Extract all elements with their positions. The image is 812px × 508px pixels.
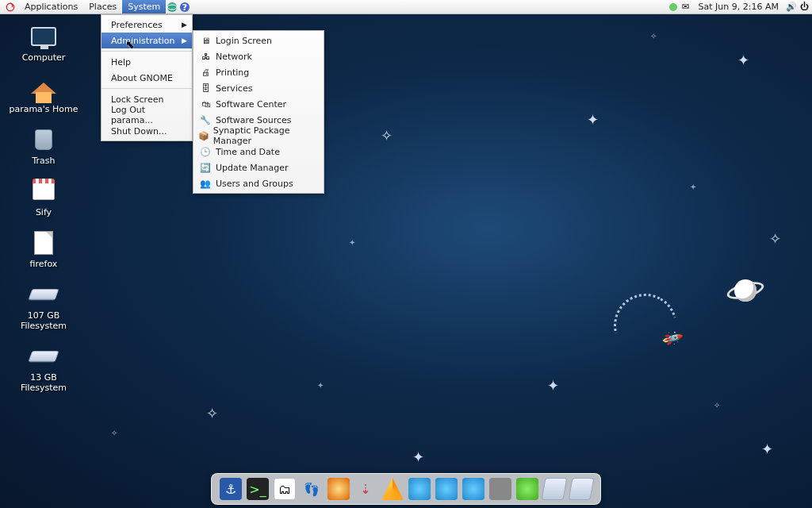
desktop-icons: Computerparama's HomeTrashSifyfirefox107… xyxy=(8,22,79,393)
synaptic-package-manager-icon: 📦 xyxy=(198,129,210,142)
menu-about-gnome[interactable]: About GNOME xyxy=(102,70,192,86)
menu-item-label: Network xyxy=(216,52,252,62)
desktop-icon-label: Trash xyxy=(32,156,55,166)
admin-item-synaptic-package-manager[interactable]: 📦Synaptic Package Manager xyxy=(193,128,324,144)
menu-separator xyxy=(102,51,192,52)
services-icon: 🗄 xyxy=(198,82,213,94)
web-icon[interactable] xyxy=(167,2,178,13)
menu-shut-down[interactable]: Shut Down... xyxy=(102,123,192,139)
administration-submenu: 🖥Login Screen🖧Network🖨Printing🗄Services🛍… xyxy=(193,30,324,194)
menu-preferences[interactable]: Preferences▶ xyxy=(102,17,192,33)
menu-item-label: Users and Groups xyxy=(216,179,293,189)
svg-point-1 xyxy=(167,2,177,12)
desktop-icon-107-gb-filesystem[interactable]: 107 GB Filesystem xyxy=(8,280,79,331)
desktop-icon-label: 107 GB Filesystem xyxy=(8,310,79,331)
dock-drive-2-icon[interactable] xyxy=(542,478,568,500)
menu-item-label: Services xyxy=(216,83,252,94)
dock-anchor-icon[interactable]: ⚓ xyxy=(220,478,242,500)
admin-item-update-manager[interactable]: 🔄Update Manager xyxy=(193,160,324,175)
monitor-icon xyxy=(28,22,59,51)
svg-point-0 xyxy=(6,3,13,10)
printing-icon: 🖨 xyxy=(198,66,213,79)
debian-logo-icon xyxy=(5,2,16,13)
tray-volume-icon[interactable]: 🔊 xyxy=(786,2,797,13)
software-sources-icon: 🔧 xyxy=(198,114,213,126)
admin-item-services[interactable]: 🗄Services xyxy=(193,80,324,96)
tray-power-icon[interactable]: ⏻ xyxy=(799,2,810,13)
admin-item-users-and-groups[interactable]: 👥Users and Groups xyxy=(193,175,324,191)
dock-files-icon[interactable]: 🗂 xyxy=(274,478,296,500)
desktop-icon-sify[interactable]: Sify xyxy=(8,177,79,217)
tray-presence-icon[interactable] xyxy=(668,2,679,13)
dock-vlc-icon[interactable] xyxy=(381,478,404,500)
desktop-icon-label: parama's Home xyxy=(9,104,78,114)
menu-separator xyxy=(102,88,192,89)
submenu-arrow-icon: ▶ xyxy=(182,37,187,44)
desktop-icon-trash[interactable]: Trash xyxy=(8,125,79,166)
dock-transmission-icon[interactable]: ⇣ xyxy=(354,478,377,500)
desktop-icon-computer[interactable]: Computer xyxy=(8,22,79,63)
help-icon[interactable]: ? xyxy=(179,2,190,13)
menu-applications[interactable]: Applications xyxy=(19,0,83,13)
menu-places[interactable]: Places xyxy=(83,0,122,13)
top-panel: Applications Places System ? ✉ Sat Jun 9… xyxy=(0,0,812,14)
menu-help[interactable]: Help xyxy=(102,54,192,70)
desktop-icon-firefox[interactable]: firefox xyxy=(8,229,79,269)
dock-openoffice-impress-icon[interactable] xyxy=(462,478,485,500)
login-screen-icon: 🖥 xyxy=(198,34,213,47)
drive-icon xyxy=(28,280,59,309)
desktop-icon-parama-s-home[interactable]: parama's Home xyxy=(8,74,79,114)
dock-drive-1-icon[interactable] xyxy=(516,478,538,500)
dock-terminal-icon[interactable]: >_ xyxy=(247,478,269,500)
house-icon xyxy=(28,74,59,102)
dock-drive-3-icon[interactable] xyxy=(569,478,595,500)
users-and-groups-icon: 👥 xyxy=(198,177,213,190)
menu-administration[interactable]: Administration▶ xyxy=(102,33,192,48)
admin-item-network[interactable]: 🖧Network xyxy=(193,48,324,64)
doc-icon xyxy=(28,229,59,257)
network-icon: 🖧 xyxy=(198,50,213,63)
dock-firefox-icon[interactable] xyxy=(327,478,350,500)
admin-item-time-and-date[interactable]: 🕒Time and Date xyxy=(193,144,324,160)
menu-item-label: Update Manager xyxy=(216,163,289,173)
clock[interactable]: Sat Jun 9, 2:16 AM xyxy=(692,2,785,12)
menu-item-label: Login Screen xyxy=(216,36,272,46)
trash-icon xyxy=(28,125,59,154)
menu-log-out[interactable]: Log Out parama... xyxy=(102,107,192,123)
admin-item-printing[interactable]: 🖨Printing xyxy=(193,64,324,80)
dock: ⚓ >_ 🗂 👣 ⇣ xyxy=(211,473,601,505)
tray-mail-icon[interactable]: ✉ xyxy=(680,2,691,13)
menu-system[interactable]: System xyxy=(122,0,166,13)
time-and-date-icon: 🕒 xyxy=(198,145,213,158)
software-center-icon: 🛍 xyxy=(198,98,213,110)
drive-icon xyxy=(28,342,59,371)
submenu-arrow-icon: ▶ xyxy=(182,21,187,29)
system-menu-dropdown: Preferences▶ Administration▶ Help About … xyxy=(101,14,193,141)
dock-trash-icon[interactable] xyxy=(489,478,511,500)
admin-item-software-center[interactable]: 🛍Software Center xyxy=(193,96,324,112)
menu-item-label: Time and Date xyxy=(216,147,280,157)
desktop-icon-13-gb-filesystem[interactable]: 13 GB Filesystem xyxy=(8,342,79,393)
menu-item-label: Software Sources xyxy=(216,115,292,125)
shop-icon xyxy=(28,177,59,206)
update-manager-icon: 🔄 xyxy=(198,161,213,174)
desktop-icon-label: 13 GB Filesystem xyxy=(8,372,79,393)
menu-item-label: Printing xyxy=(216,67,249,78)
desktop-icon-label: firefox xyxy=(30,259,58,269)
desktop-icon-label: Computer xyxy=(22,52,66,63)
dock-openoffice-calc-icon[interactable] xyxy=(435,478,458,500)
svg-text:?: ? xyxy=(182,2,187,13)
menu-item-label: Software Center xyxy=(216,99,286,110)
desktop-icon-label: Sify xyxy=(36,207,52,217)
admin-item-login-screen[interactable]: 🖥Login Screen xyxy=(193,33,324,48)
dock-openoffice-writer-icon[interactable] xyxy=(408,478,431,500)
dock-pidgin-icon[interactable]: 👣 xyxy=(301,478,323,500)
